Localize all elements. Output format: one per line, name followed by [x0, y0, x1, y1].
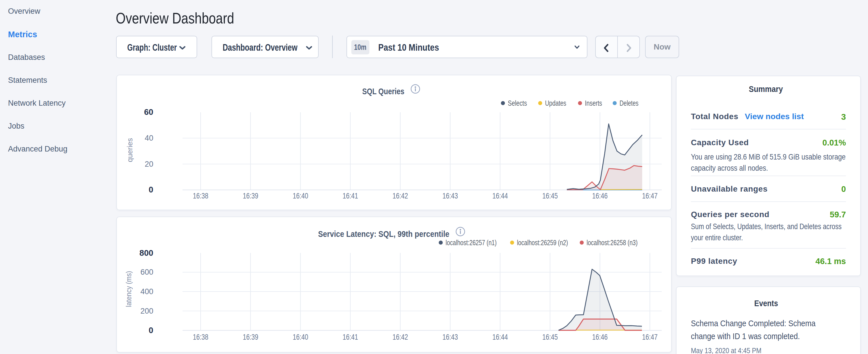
svg-text:16:45: 16:45 [542, 192, 558, 200]
svg-text:16:43: 16:43 [442, 192, 458, 200]
svg-text:16:46: 16:46 [592, 333, 608, 342]
svg-text:latency (ms): latency (ms) [124, 271, 133, 307]
svg-text:16:44: 16:44 [492, 333, 508, 342]
svg-text:queries: queries [125, 138, 134, 162]
svg-text:0: 0 [149, 185, 153, 194]
svg-text:16:40: 16:40 [292, 333, 308, 342]
svg-text:16:47: 16:47 [642, 333, 658, 342]
svg-text:16:46: 16:46 [592, 192, 608, 200]
svg-text:16:40: 16:40 [292, 192, 308, 200]
svg-text:20: 20 [145, 160, 153, 168]
svg-text:16:44: 16:44 [492, 192, 508, 200]
svg-text:16:41: 16:41 [343, 192, 358, 200]
svg-text:16:39: 16:39 [243, 192, 258, 200]
svg-text:600: 600 [141, 268, 153, 277]
svg-text:0: 0 [149, 326, 153, 335]
svg-text:200: 200 [141, 307, 153, 315]
svg-text:16:43: 16:43 [442, 333, 458, 342]
svg-text:16:42: 16:42 [393, 333, 408, 342]
svg-text:40: 40 [145, 134, 153, 142]
svg-text:60: 60 [144, 107, 153, 117]
svg-text:16:47: 16:47 [642, 192, 658, 200]
svg-text:16:41: 16:41 [343, 333, 358, 342]
svg-text:16:42: 16:42 [393, 192, 408, 200]
svg-text:16:38: 16:38 [193, 333, 208, 342]
svg-text:16:39: 16:39 [243, 333, 258, 342]
svg-text:16:38: 16:38 [193, 192, 208, 200]
svg-text:16:45: 16:45 [542, 333, 558, 342]
svg-text:800: 800 [140, 248, 153, 257]
svg-text:400: 400 [141, 287, 153, 296]
